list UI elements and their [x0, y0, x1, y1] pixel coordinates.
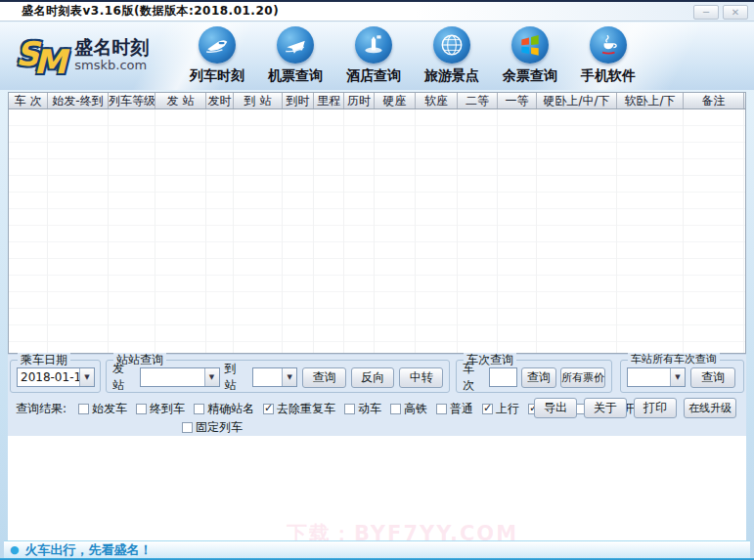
train-query-button[interactable]: 查询 [521, 367, 556, 388]
station-to-station-group: 站站查询 发站 ▼ 到站 ▼ 查询 反向 中转 [106, 360, 450, 393]
chevron-down-icon[interactable]: ▼ [282, 368, 296, 386]
checkbox-icon[interactable] [344, 404, 355, 414]
column-header-distance[interactable]: 里程 [314, 93, 344, 108]
checkbox-upbound[interactable]: 上行 [482, 401, 519, 417]
sm-logo-icon: SM [16, 30, 74, 77]
status-message: 火车出行，先看盛名！ [20, 541, 153, 559]
column-header-train-no[interactable]: 车 次 [9, 93, 48, 108]
brand-name: 盛名时刻 [74, 36, 149, 58]
checkbox-icon[interactable] [78, 404, 89, 414]
blank-area: 下载：BYF7YY.COM [8, 436, 746, 540]
close-button[interactable]: ✕ [723, 5, 748, 20]
fixed-train-row: 固定列车 [182, 419, 251, 436]
checkbox-regular-train[interactable]: 普通 [436, 401, 473, 417]
from-station-label: 发站 [112, 361, 135, 394]
print-button[interactable]: 打印 [634, 398, 677, 418]
toolbar-item-train-times[interactable]: 列车时刻 [178, 26, 256, 85]
from-station-combobox[interactable]: ▼ [140, 367, 219, 387]
checkbox-icon[interactable] [436, 404, 447, 414]
titlebar: 盛名时刻表v3.16版(数据版本:2018.01.20) ─ ✕ [0, 2, 754, 22]
station-all-trains-group: 车站所有车次查询 ▼ 查询 [620, 360, 744, 393]
column-header-origin-terminus[interactable]: 始发-终到 [48, 93, 109, 108]
table-header-row: 车 次 始发-终到 列车等级 发 站 发时 到 站 到时 里程 历时 硬座 软座… [9, 93, 745, 109]
toolbar-label: 酒店查询 [346, 67, 401, 85]
hotel-icon [355, 26, 392, 64]
app-window: 盛名时刻表v3.16版(数据版本:2018.01.20) ─ ✕ SM 盛名时刻… [0, 0, 754, 560]
station-query-button[interactable]: 查询 [302, 367, 346, 388]
table-body-empty[interactable] [9, 109, 745, 353]
toolbar-label: 旅游景点 [424, 67, 479, 85]
checkbox-icon[interactable] [194, 404, 204, 414]
travel-date-combobox[interactable]: 2018-01-18 ▼ [17, 367, 95, 387]
checkbox-g-train[interactable]: 高铁 [390, 401, 427, 417]
station-all-query-button[interactable]: 查询 [690, 367, 735, 388]
banner: SM 盛名时刻 smskb.com 列车时刻 机票查询 [0, 22, 754, 90]
checkbox-d-train[interactable]: 动车 [344, 401, 381, 417]
column-header-duration[interactable]: 历时 [344, 93, 375, 108]
query-panel: 乘车日期 2018-01-18 ▼ 站站查询 发站 ▼ 到站 ▼ [8, 354, 746, 436]
to-station-combobox[interactable]: ▼ [252, 367, 298, 387]
window-title: 盛名时刻表v3.16版(数据版本:2018.01.20) [0, 3, 279, 20]
train-number-label: 车次 [463, 361, 485, 394]
column-header-soft-seat[interactable]: 软座 [416, 93, 458, 108]
checkbox-icon[interactable] [263, 404, 274, 414]
checkbox-exact-station[interactable]: 精确站名 [194, 401, 254, 417]
train-number-group: 车次查询 车次 查询 所有票价 [456, 360, 612, 393]
export-button[interactable]: 导出 [534, 398, 577, 418]
column-header-stub [744, 93, 745, 108]
column-header-remarks[interactable]: 备注 [684, 93, 744, 108]
status-bullet-icon: ● [4, 543, 20, 556]
all-fares-button[interactable]: 所有票价 [560, 367, 605, 388]
toolbar-item-hotel-search[interactable]: 酒店查询 [334, 26, 413, 85]
toolbar-item-ticket-availability[interactable]: 余票查询 [491, 26, 569, 85]
travel-date-group: 乘车日期 2018-01-18 ▼ [10, 360, 101, 393]
checkbox-icon[interactable] [482, 404, 493, 414]
column-header-arr-time[interactable]: 到时 [283, 93, 314, 108]
minimize-button[interactable]: ─ [693, 5, 719, 20]
checkbox-originating[interactable]: 始发车 [78, 401, 127, 417]
column-header-arr-station[interactable]: 到 站 [234, 93, 283, 108]
column-header-second-class[interactable]: 二等 [458, 93, 498, 108]
checkbox-icon[interactable] [390, 404, 401, 414]
app-logo: SM 盛名时刻 smskb.com [16, 30, 149, 77]
column-header-train-class[interactable]: 列车等级 [109, 93, 155, 108]
toolbar-label: 余票查询 [503, 67, 557, 85]
train-number-input[interactable] [489, 367, 517, 387]
checkbox-icon[interactable] [182, 422, 193, 433]
toolbar-item-mobile-apps[interactable]: 手机软件 [569, 26, 647, 85]
train-icon [199, 26, 236, 64]
station-all-combobox[interactable]: ▼ [627, 367, 686, 387]
toolbar-item-flight-search[interactable]: 机票查询 [256, 26, 334, 85]
column-header-hard-sleeper[interactable]: 硬卧上/中/下 [537, 93, 617, 108]
column-header-hard-seat[interactable]: 硬座 [375, 93, 416, 108]
checkbox-fixed-train[interactable]: 固定列车 [182, 419, 243, 436]
checkbox-icon[interactable] [136, 404, 147, 414]
result-filter-label: 查询结果: [16, 401, 67, 417]
toolbar-item-tourist-spots[interactable]: 旅游景点 [413, 26, 491, 85]
chevron-down-icon[interactable]: ▼ [670, 368, 685, 386]
windows-icon [511, 26, 549, 64]
checkbox-terminating[interactable]: 终到车 [136, 401, 185, 417]
column-header-first-class[interactable]: 一等 [498, 93, 537, 108]
column-header-soft-sleeper[interactable]: 软卧上/下 [617, 93, 684, 108]
toolbar-label: 列车时刻 [190, 67, 244, 85]
results-table: 车 次 始发-终到 列车等级 发 站 发时 到 站 到时 里程 历时 硬座 软座… [8, 92, 746, 354]
toolbar-label: 机票查询 [268, 67, 323, 85]
chevron-down-icon[interactable]: ▼ [79, 368, 94, 386]
to-station-label: 到站 [225, 361, 247, 394]
column-header-dep-time[interactable]: 发时 [206, 93, 234, 108]
travel-date-value: 2018-01-18 [18, 370, 79, 384]
statusbar: ● 火车出行，先看盛名！ [4, 540, 750, 558]
brand-site: smskb.com [74, 58, 149, 72]
action-buttons: 导出 关于 打印 在线升级 [534, 398, 736, 418]
reverse-button[interactable]: 反向 [351, 367, 395, 388]
chevron-down-icon[interactable]: ▼ [204, 368, 219, 386]
toolbar: 列车时刻 机票查询 酒店查询 旅游景点 [178, 26, 647, 85]
online-upgrade-button[interactable]: 在线升级 [684, 398, 736, 418]
transfer-button[interactable]: 中转 [399, 367, 443, 388]
globe-icon [433, 26, 470, 64]
column-header-dep-station[interactable]: 发 站 [155, 93, 206, 108]
plane-icon [277, 26, 314, 64]
about-button[interactable]: 关于 [584, 398, 627, 418]
checkbox-dedupe[interactable]: 去除重复车 [263, 401, 335, 417]
